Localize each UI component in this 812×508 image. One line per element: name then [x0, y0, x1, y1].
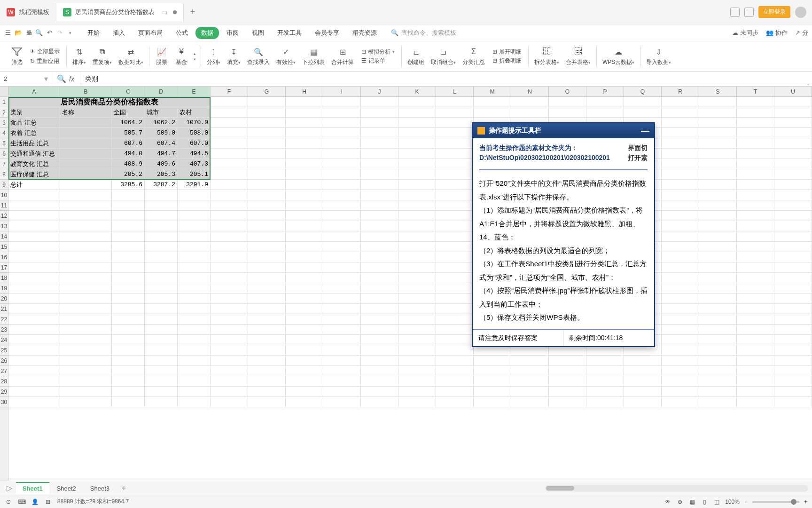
cell[interactable] — [436, 304, 474, 314]
cell[interactable] — [436, 190, 474, 200]
cell[interactable] — [60, 118, 112, 128]
cell[interactable] — [398, 376, 436, 387]
row-header[interactable]: 29 — [0, 387, 8, 397]
cell[interactable] — [112, 345, 145, 356]
cell[interactable] — [398, 107, 436, 118]
cell[interactable] — [60, 304, 112, 314]
split-button[interactable]: ⫿分列▾ — [204, 45, 223, 67]
cell[interactable] — [662, 304, 699, 314]
share-button[interactable]: ↗ 分 — [795, 29, 808, 37]
cell[interactable] — [436, 252, 474, 262]
cell[interactable] — [474, 97, 511, 107]
cell[interactable] — [361, 211, 398, 221]
cell[interactable] — [699, 221, 737, 231]
cell[interactable] — [211, 376, 248, 387]
cell[interactable] — [8, 242, 60, 252]
cell[interactable] — [699, 294, 737, 304]
cell[interactable] — [662, 387, 699, 397]
expand-formula-icon[interactable]: ⌄ — [806, 81, 810, 86]
cell[interactable]: 全国 — [112, 107, 145, 118]
cell[interactable] — [398, 325, 436, 335]
cell[interactable] — [211, 190, 248, 200]
cell[interactable] — [60, 294, 112, 304]
cell[interactable] — [286, 376, 323, 387]
cell[interactable] — [737, 169, 774, 180]
col-header[interactable]: L — [436, 87, 474, 96]
cell[interactable] — [60, 252, 112, 262]
cell[interactable] — [737, 376, 774, 387]
cell[interactable] — [323, 252, 361, 262]
cell[interactable] — [436, 397, 474, 407]
cell[interactable] — [774, 356, 812, 366]
zoom-out-icon[interactable]: − — [744, 499, 748, 505]
cell[interactable] — [699, 169, 737, 180]
cell[interactable] — [586, 356, 624, 366]
cell[interactable] — [662, 366, 699, 376]
cell[interactable] — [323, 376, 361, 387]
cell[interactable] — [323, 273, 361, 283]
add-sheet-button[interactable]: + — [117, 484, 131, 492]
cell[interactable] — [211, 118, 248, 128]
cell[interactable] — [398, 387, 436, 397]
cell[interactable] — [436, 314, 474, 325]
redo-icon[interactable]: ↷ — [55, 29, 64, 37]
cell[interactable] — [286, 221, 323, 231]
cell[interactable] — [248, 97, 286, 107]
cell[interactable]: 名称 — [60, 107, 112, 118]
horizontal-scrollbar[interactable] — [545, 485, 808, 492]
name-box[interactable] — [0, 73, 41, 85]
cell[interactable] — [323, 283, 361, 294]
sheet-tab-1[interactable]: Sheet1 — [16, 482, 49, 494]
record-button[interactable]: ☰记录单 — [361, 57, 385, 65]
cell[interactable] — [398, 335, 436, 345]
cell[interactable] — [112, 242, 145, 252]
cell[interactable] — [286, 200, 323, 211]
cell[interactable] — [248, 252, 286, 262]
cell[interactable] — [398, 149, 436, 159]
cell[interactable] — [60, 149, 112, 159]
cell[interactable] — [60, 180, 112, 190]
cell[interactable]: 1070.0 — [178, 118, 211, 128]
cell[interactable] — [398, 138, 436, 149]
cell[interactable] — [8, 325, 60, 335]
cell[interactable] — [474, 366, 511, 376]
cell[interactable] — [8, 231, 60, 242]
cell[interactable] — [361, 107, 398, 118]
cell[interactable]: 408.9 — [112, 159, 145, 169]
cell[interactable] — [112, 221, 145, 231]
cell[interactable] — [248, 180, 286, 190]
cell[interactable] — [286, 149, 323, 159]
cell[interactable] — [774, 366, 812, 376]
cell[interactable] — [60, 283, 112, 294]
cell[interactable] — [774, 345, 812, 356]
dedup-button[interactable]: ⧉重复项▾ — [90, 45, 115, 67]
row-header[interactable]: 14 — [0, 231, 8, 242]
show-all-button[interactable]: ☀全部显示 — [30, 48, 60, 56]
cell[interactable] — [112, 252, 145, 262]
row-header[interactable]: 18 — [0, 273, 8, 283]
cell[interactable]: 医疗保健 汇总 — [8, 169, 60, 180]
cell[interactable] — [662, 149, 699, 159]
cell[interactable] — [398, 159, 436, 169]
cell[interactable] — [112, 335, 145, 345]
cell[interactable] — [624, 387, 662, 397]
cell[interactable] — [662, 128, 699, 138]
cell[interactable] — [436, 325, 474, 335]
cell[interactable] — [624, 97, 662, 107]
cell[interactable] — [8, 314, 60, 325]
cell[interactable] — [699, 211, 737, 221]
cell[interactable] — [211, 397, 248, 407]
cell[interactable] — [248, 262, 286, 273]
cell[interactable] — [248, 397, 286, 407]
cell[interactable] — [286, 283, 323, 294]
fx-icon[interactable]: fx — [69, 75, 74, 83]
cell[interactable] — [248, 356, 286, 366]
cell[interactable] — [474, 376, 511, 387]
cell[interactable] — [323, 169, 361, 180]
cell[interactable] — [662, 283, 699, 294]
row-header[interactable]: 21 — [0, 304, 8, 314]
cell[interactable] — [662, 211, 699, 221]
cell[interactable] — [436, 221, 474, 231]
formula-input[interactable]: 类别 — [80, 75, 812, 83]
fund-button[interactable]: ¥基金 — [172, 45, 191, 67]
